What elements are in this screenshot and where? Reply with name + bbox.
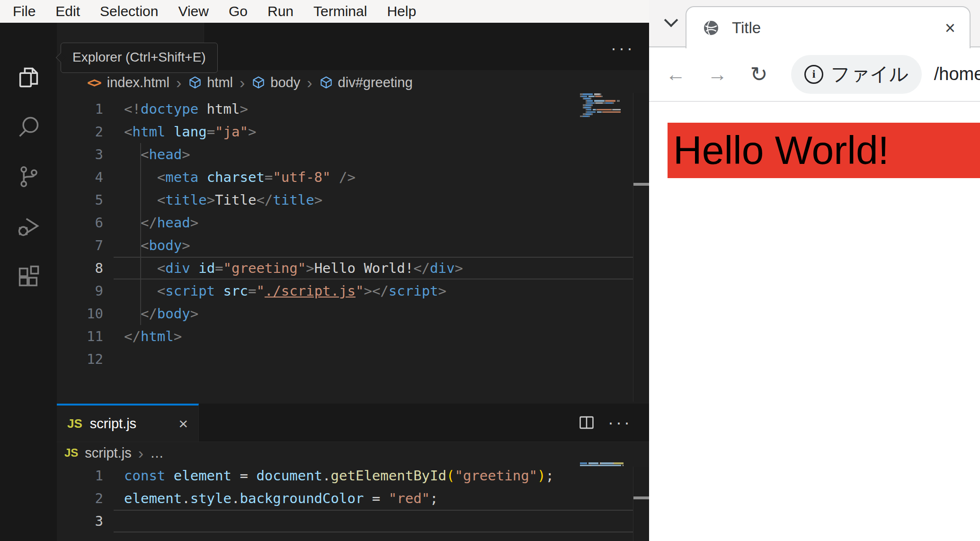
reload-button[interactable]: ↻ (748, 62, 769, 86)
scrollbar-js[interactable] (633, 467, 649, 541)
code-token: title (273, 192, 314, 208)
html-code-area[interactable]: 1<!doctype html>2<html lang="ja">3 <head… (57, 98, 633, 402)
minimap-mark (583, 93, 593, 95)
minimap-mark (617, 100, 620, 102)
code-token: ( (446, 468, 454, 484)
code-token: > (174, 328, 182, 344)
minimap-line (580, 111, 621, 113)
code-line: 1const element = document.getElementById… (57, 464, 633, 487)
minimap-html[interactable] (580, 93, 621, 122)
code-token: script (165, 283, 215, 299)
code-token: backgroundColor (240, 490, 364, 506)
browser-tab[interactable]: Title × (686, 6, 971, 48)
minimap-mark (581, 96, 587, 98)
breadcrumb-symbol[interactable]: body (270, 75, 300, 90)
minimap-line (580, 98, 621, 99)
menu-item-selection[interactable]: Selection (90, 3, 168, 19)
sidebar-item-explorer[interactable] (0, 58, 57, 96)
minimap-mark (597, 109, 611, 111)
menu-item-help[interactable]: Help (377, 3, 426, 19)
indent-guide (140, 143, 141, 325)
menu-item-terminal[interactable]: Terminal (303, 3, 377, 19)
code-text: <head> (124, 143, 190, 166)
close-icon[interactable]: × (178, 415, 188, 432)
site-info-chip[interactable]: i ファイル (791, 55, 922, 94)
minimap-mark (584, 107, 590, 108)
breadcrumb-more[interactable]: … (150, 445, 164, 461)
code-token: > (182, 237, 190, 253)
html-file-icon: <> (87, 75, 100, 90)
code-token: document (256, 468, 322, 484)
sidebar-item-extensions[interactable] (0, 257, 57, 295)
menu-item-run[interactable]: Run (258, 3, 303, 19)
minimap-mark (591, 104, 593, 106)
code-token: " (356, 283, 364, 299)
code-token: element (174, 468, 232, 484)
current-line-highlight (114, 257, 633, 280)
menu-item-view[interactable]: View (168, 3, 218, 19)
line-number: 7 (57, 234, 103, 257)
scrollbar-thumb[interactable] (633, 496, 649, 499)
menu-item-file[interactable]: File (3, 3, 45, 19)
current-line-highlight (114, 510, 633, 532)
code-token (124, 146, 141, 162)
code-token: html (198, 101, 240, 117)
code-token: meta (165, 169, 198, 185)
code-text: </html> (124, 325, 182, 348)
minimap-line (580, 467, 624, 469)
code-token: = (265, 169, 273, 185)
minimap-line (580, 113, 621, 115)
forward-button[interactable]: → (707, 63, 728, 86)
code-token: style (190, 490, 232, 506)
close-icon[interactable]: × (945, 19, 955, 37)
code-line: 3 <head> (57, 143, 633, 166)
code-token: charset (207, 169, 265, 185)
breadcrumb-file[interactable]: script.js (85, 445, 131, 461)
breadcrumb-symbol[interactable]: div#greeting (338, 75, 413, 90)
sidebar-item-source-control[interactable] (0, 158, 57, 196)
sidebar-item-run-debug[interactable] (0, 207, 57, 245)
code-token: getElementById (331, 468, 446, 484)
code-token (165, 468, 173, 484)
split-editor-icon[interactable] (578, 414, 596, 432)
code-token: > (190, 306, 198, 322)
code-token (124, 215, 141, 231)
code-token: </ (124, 328, 141, 344)
code-token: </ (141, 306, 157, 322)
minimap-line (580, 104, 621, 106)
minimap-space (580, 100, 586, 102)
minimap-mark (586, 104, 591, 106)
breadcrumb-file[interactable]: index.html (107, 75, 169, 90)
more-actions-icon[interactable]: ··· (611, 38, 635, 58)
address-bar-url[interactable]: /home/u (934, 64, 980, 84)
minimap-line (580, 107, 621, 108)
code-token: ; (546, 468, 554, 484)
line-number: 3 (57, 510, 103, 532)
minimap-mark (587, 111, 596, 113)
minimap-mark (597, 111, 601, 113)
code-token: html (141, 328, 174, 344)
scrollbar-thumb[interactable] (633, 183, 649, 186)
line-number: 10 (57, 302, 103, 325)
menu-item-edit[interactable]: Edit (45, 3, 90, 19)
more-actions-icon[interactable]: ··· (608, 414, 632, 431)
minimap-js[interactable] (580, 462, 624, 469)
tab-script-js[interactable]: JS script.js × (57, 404, 199, 442)
tab-search-chevron-icon[interactable] (664, 13, 678, 27)
minimap-mark (600, 465, 621, 467)
menu-item-go[interactable]: Go (219, 3, 258, 19)
code-line: 12 (57, 348, 633, 370)
breadcrumb-symbol[interactable]: html (207, 75, 233, 90)
back-button[interactable]: ← (665, 63, 686, 86)
code-token: < (124, 124, 132, 140)
scrollbar-html[interactable] (633, 93, 649, 402)
chevron-right-icon: › (240, 74, 245, 90)
code-token: ./script.js (265, 283, 356, 299)
code-token: </ (372, 283, 389, 299)
code-token (124, 306, 141, 322)
sidebar-item-search[interactable] (0, 108, 57, 146)
code-token: ; (430, 490, 438, 506)
line-number: 1 (57, 98, 103, 120)
browser-toolbar: ← → ↻ i ファイル /home/u (649, 47, 980, 102)
minimap-line (580, 93, 621, 95)
